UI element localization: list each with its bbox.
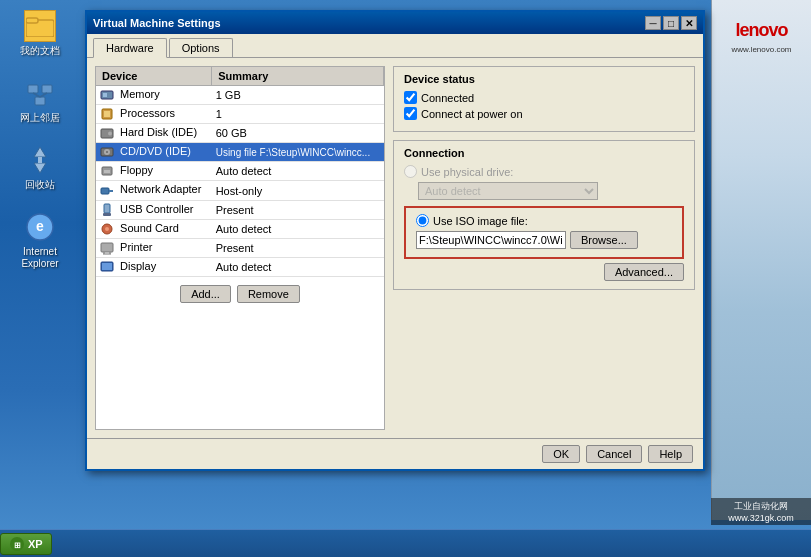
svg-rect-9 bbox=[38, 157, 42, 163]
table-row[interactable]: Printer Present bbox=[96, 238, 384, 257]
physical-label: Use physical drive: bbox=[421, 166, 513, 178]
col-summary: Summary bbox=[212, 67, 384, 86]
auto-detect-row: Auto detect bbox=[418, 182, 684, 200]
close-button[interactable]: ✕ bbox=[681, 16, 697, 30]
device-table: Device Summary Memory 1 GB bbox=[96, 67, 384, 277]
svg-line-5 bbox=[33, 93, 40, 97]
svg-rect-2 bbox=[28, 85, 38, 93]
dialog-footer: OK Cancel Help bbox=[87, 438, 703, 469]
add-button[interactable]: Add... bbox=[180, 285, 231, 303]
svg-rect-34 bbox=[102, 263, 112, 270]
desktop-icon-documents[interactable]: 我的文档 bbox=[8, 10, 72, 57]
device-panel: Device Summary Memory 1 GB bbox=[95, 66, 385, 430]
svg-rect-15 bbox=[104, 111, 110, 117]
iso-path-row: Browse... bbox=[416, 231, 672, 249]
ie-icon: e bbox=[24, 211, 56, 243]
power-on-checkbox[interactable] bbox=[404, 107, 417, 120]
tab-hardware[interactable]: Hardware bbox=[93, 38, 167, 58]
ok-button[interactable]: OK bbox=[542, 445, 580, 463]
svg-rect-1 bbox=[26, 18, 38, 23]
table-row[interactable]: Floppy Auto detect bbox=[96, 162, 384, 181]
connection-title: Connection bbox=[404, 147, 684, 159]
iso-label: Use ISO image file: bbox=[433, 215, 528, 227]
svg-point-17 bbox=[108, 132, 112, 136]
svg-rect-23 bbox=[101, 188, 109, 194]
svg-text:⊞: ⊞ bbox=[14, 541, 21, 550]
table-row[interactable]: Hard Disk (IDE) 60 GB bbox=[96, 124, 384, 143]
folder-icon bbox=[24, 10, 56, 42]
table-row[interactable]: Memory 1 GB bbox=[96, 86, 384, 105]
tab-options[interactable]: Options bbox=[169, 38, 233, 57]
device-actions: Add... Remove bbox=[96, 277, 384, 311]
advanced-row: Advanced... bbox=[404, 263, 684, 281]
network-label: 网上邻居 bbox=[20, 112, 60, 124]
desktop-icon-recycle[interactable]: 回收站 bbox=[8, 144, 72, 191]
svg-point-20 bbox=[106, 151, 108, 153]
connected-label: Connected bbox=[421, 92, 474, 104]
iso-radio[interactable] bbox=[416, 214, 429, 227]
power-on-row: Connect at power on bbox=[404, 107, 684, 120]
table-row[interactable]: Network Adapter Host-only bbox=[96, 181, 384, 200]
watermark: 工业自动化网 www.321gk.com bbox=[711, 498, 811, 525]
dialog-title: Virtual Machine Settings bbox=[93, 17, 221, 29]
dialog-titlebar: Virtual Machine Settings ─ □ ✕ bbox=[87, 12, 703, 34]
svg-text:e: e bbox=[36, 218, 44, 234]
connection-section: Connection Use physical drive: Auto dete… bbox=[393, 140, 695, 290]
tab-bar: Hardware Options bbox=[87, 34, 703, 58]
taskbar: ⊞ XP bbox=[0, 529, 811, 557]
lenovo-url: www.lenovo.com bbox=[731, 45, 791, 54]
svg-rect-3 bbox=[42, 85, 52, 93]
desktop-icon-network[interactable]: 网上邻居 bbox=[8, 77, 72, 124]
right-panel: Device status Connected Connect at power… bbox=[393, 66, 695, 430]
minimize-button[interactable]: ─ bbox=[645, 16, 661, 30]
recycle-icon bbox=[24, 144, 56, 176]
iso-section: Use ISO image file: Browse... bbox=[404, 206, 684, 259]
physical-drive-select[interactable]: Auto detect bbox=[418, 182, 598, 200]
lenovo-logo: lenovo bbox=[735, 20, 787, 41]
svg-rect-4 bbox=[35, 97, 45, 105]
svg-point-28 bbox=[105, 227, 109, 231]
browse-button[interactable]: Browse... bbox=[570, 231, 638, 249]
recycle-label: 回收站 bbox=[25, 179, 55, 191]
iso-radio-row: Use ISO image file: bbox=[416, 214, 672, 227]
table-row[interactable]: Display Auto detect bbox=[96, 257, 384, 276]
titlebar-buttons: ─ □ ✕ bbox=[645, 16, 697, 30]
network-icon bbox=[24, 77, 56, 109]
remove-button[interactable]: Remove bbox=[237, 285, 300, 303]
svg-rect-29 bbox=[101, 243, 113, 252]
dialog-content: Device Summary Memory 1 GB bbox=[87, 58, 703, 438]
cancel-button[interactable]: Cancel bbox=[586, 445, 642, 463]
desktop-icons: 我的文档 网上邻居 回收站 e InternetExplorer bbox=[8, 10, 72, 270]
physical-drive-row: Use physical drive: bbox=[404, 165, 684, 178]
svg-rect-22 bbox=[104, 170, 110, 173]
start-button[interactable]: ⊞ XP bbox=[0, 533, 52, 555]
ie-label: InternetExplorer bbox=[21, 246, 58, 270]
svg-rect-13 bbox=[103, 93, 107, 97]
help-button[interactable]: Help bbox=[648, 445, 693, 463]
desktop: lenovo www.lenovo.com 我的文档 网上邻居 回收站 e bbox=[0, 0, 811, 557]
lenovo-panel: lenovo www.lenovo.com bbox=[711, 0, 811, 520]
svg-rect-26 bbox=[103, 213, 111, 216]
svg-marker-8 bbox=[34, 163, 46, 173]
svg-rect-25 bbox=[104, 204, 110, 213]
svg-line-6 bbox=[40, 93, 47, 97]
table-row[interactable]: Processors 1 bbox=[96, 105, 384, 124]
table-row[interactable]: Sound Card Auto detect bbox=[96, 219, 384, 238]
footer-buttons: OK Cancel Help bbox=[542, 445, 693, 463]
svg-marker-7 bbox=[34, 147, 46, 157]
power-on-label: Connect at power on bbox=[421, 108, 523, 120]
device-status-title: Device status bbox=[404, 73, 684, 85]
virtual-machine-settings-dialog: Virtual Machine Settings ─ □ ✕ Hardware … bbox=[85, 10, 705, 471]
physical-radio[interactable] bbox=[404, 165, 417, 178]
connected-checkbox[interactable] bbox=[404, 91, 417, 104]
iso-path-input[interactable] bbox=[416, 231, 566, 249]
table-row[interactable]: USB Controller Present bbox=[96, 200, 384, 219]
desktop-icon-ie[interactable]: e InternetExplorer bbox=[8, 211, 72, 270]
documents-label: 我的文档 bbox=[20, 45, 60, 57]
col-device: Device bbox=[96, 67, 212, 86]
table-row-selected[interactable]: CD/DVD (IDE) Using file F:\Steup\WINCC\w… bbox=[96, 143, 384, 162]
maximize-button[interactable]: □ bbox=[663, 16, 679, 30]
device-status-section: Device status Connected Connect at power… bbox=[393, 66, 695, 132]
advanced-button[interactable]: Advanced... bbox=[604, 263, 684, 281]
connected-row: Connected bbox=[404, 91, 684, 104]
